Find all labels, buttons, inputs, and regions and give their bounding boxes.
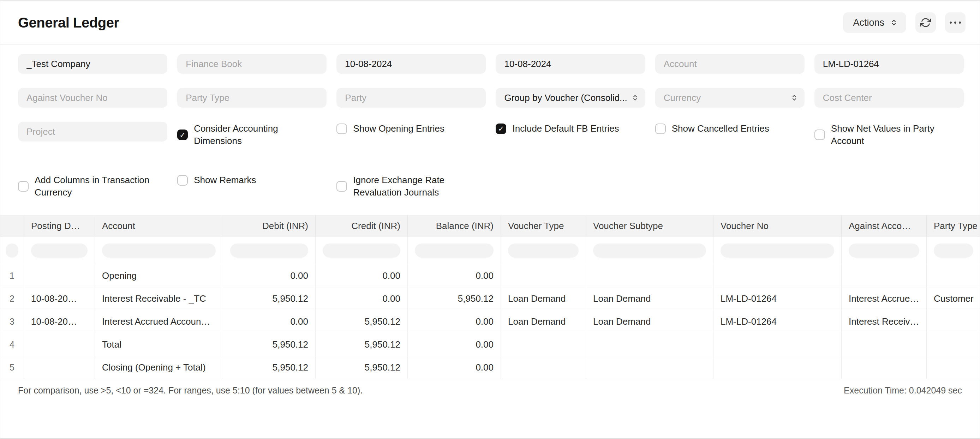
against-voucher-no-filter[interactable] [18, 88, 167, 108]
currency-select[interactable]: Currency [655, 88, 805, 108]
table-filter-input-voucher-no[interactable] [721, 243, 834, 258]
cell-balance: 0.00 [408, 356, 501, 379]
checkbox-consider-accounting-dimensions[interactable]: Consider Accounting Dimensions [177, 122, 326, 147]
cell-index: 2 [0, 287, 24, 310]
cell-against-account: Interest Receiv… [842, 310, 927, 333]
voucher-no-filter[interactable] [815, 54, 964, 74]
table-filter-input-debit[interactable] [230, 243, 308, 258]
cell-voucher-subtype [586, 356, 713, 379]
cell-balance: 5,950.12 [408, 287, 501, 310]
filter-row-3: Consider Accounting Dimensions Show Open… [18, 122, 964, 147]
table-filter-input-against-account[interactable] [849, 243, 919, 258]
checkbox-icon [18, 181, 29, 192]
cell-against-account: Interest Accrue… [842, 287, 927, 310]
actions-button[interactable]: Actions [843, 12, 906, 33]
column-header-credit[interactable]: Credit (INR) [316, 215, 408, 237]
cell-credit: 0.00 [316, 287, 408, 310]
column-header-party-type[interactable]: Party Type [927, 215, 980, 237]
table-header-row: Posting D… Account Debit (INR) Credit (I… [0, 215, 980, 237]
cell-posting-date [24, 333, 95, 356]
cost-center-filter[interactable] [815, 88, 964, 108]
filter-row-2: Group by Voucher (Consolid... Currency [18, 88, 964, 108]
column-header-against-account[interactable]: Against Acco… [842, 215, 927, 237]
report-table: Posting D… Account Debit (INR) Credit (I… [0, 215, 980, 379]
cell-balance: 0.00 [408, 310, 501, 333]
cell-posting-date: 10-08-20… [24, 287, 95, 310]
checkbox-include-default-fb-entries[interactable]: Include Default FB Entries [496, 122, 645, 135]
checkbox-show-net-values-in-party-account[interactable]: Show Net Values in Party Account [815, 122, 964, 147]
cell-party-type [927, 264, 980, 287]
table-row: 1 Opening 0.00 0.00 0.00 [0, 264, 980, 287]
checkbox-show-remarks[interactable]: Show Remarks [177, 173, 326, 186]
table-filter-input-party-type[interactable] [934, 243, 973, 258]
cell-posting-date [24, 356, 95, 379]
filter-hint-text: For comparison, use >5, <10 or =324. For… [18, 385, 363, 396]
finance-book-filter[interactable] [177, 54, 326, 74]
refresh-icon [920, 17, 931, 28]
cell-voucher-type [501, 356, 586, 379]
cell-voucher-no [713, 356, 842, 379]
group-by-value: Group by Voucher (Consolid... [504, 92, 628, 103]
cell-voucher-no [713, 264, 842, 287]
cell-voucher-subtype [586, 264, 713, 287]
column-header-account[interactable]: Account [95, 215, 223, 237]
checkbox-ignore-exchange-rate-revaluation-journals[interactable]: Ignore Exchange Rate Revaluation Journal… [336, 173, 486, 199]
checkbox-icon [815, 129, 825, 140]
cell-posting-date [24, 264, 95, 287]
checkbox-icon [336, 181, 347, 192]
table-filter-input-voucher-type[interactable] [508, 243, 579, 258]
cell-debit: 5,950.12 [223, 333, 316, 356]
table-filter-input-balance[interactable] [415, 243, 493, 258]
group-by-select[interactable]: Group by Voucher (Consolid... [496, 88, 645, 108]
table-filter-input-posting-date[interactable] [31, 243, 88, 258]
table-filter-input-index[interactable] [6, 243, 18, 258]
checkbox-label: Show Net Values in Party Account [831, 122, 963, 147]
cell-voucher-subtype [586, 333, 713, 356]
cell-posting-date: 10-08-20… [24, 310, 95, 333]
chevron-up-down-icon [631, 94, 639, 102]
header-actions: Actions [843, 12, 966, 33]
filter-row-4: Add Columns in Transaction Currency Show… [18, 173, 964, 199]
refresh-button[interactable] [915, 12, 936, 33]
table-filter-input-voucher-subtype[interactable] [593, 243, 706, 258]
checkbox-show-cancelled-entries[interactable]: Show Cancelled Entries [655, 122, 805, 135]
column-header-debit[interactable]: Debit (INR) [223, 215, 316, 237]
table-row: 3 10-08-20… Interest Accrued Accoun… 0.0… [0, 310, 980, 333]
report-footer: For comparison, use >5, <10 or =324. For… [0, 379, 980, 402]
cell-index: 3 [0, 310, 24, 333]
table-filter-input-credit[interactable] [323, 243, 400, 258]
checkbox-label: Show Opening Entries [353, 122, 444, 135]
party-type-filter[interactable] [177, 88, 326, 108]
account-filter[interactable] [655, 54, 805, 74]
column-header-posting-date[interactable]: Posting D… [24, 215, 95, 237]
column-header-voucher-subtype[interactable]: Voucher Subtype [586, 215, 713, 237]
cell-voucher-subtype: Loan Demand [586, 310, 713, 333]
checkbox-add-columns-in-transaction-currency[interactable]: Add Columns in Transaction Currency [18, 173, 167, 199]
column-header-voucher-no[interactable]: Voucher No [713, 215, 842, 237]
cell-account: Closing (Opening + Total) [95, 356, 223, 379]
cell-account: Interest Accrued Accoun… [95, 310, 223, 333]
table-row: 4 Total 5,950.12 5,950.12 0.00 [0, 333, 980, 356]
project-filter[interactable] [18, 122, 167, 142]
column-header-balance[interactable]: Balance (INR) [408, 215, 501, 237]
cell-debit: 0.00 [223, 310, 316, 333]
party-filter[interactable] [336, 88, 486, 108]
more-options-button[interactable] [945, 12, 966, 33]
cell-voucher-type [501, 264, 586, 287]
checkbox-show-opening-entries[interactable]: Show Opening Entries [336, 122, 486, 135]
company-filter[interactable] [18, 54, 167, 74]
cell-voucher-no [713, 333, 842, 356]
column-header-voucher-type[interactable]: Voucher Type [501, 215, 586, 237]
table-filter-row [0, 237, 980, 264]
cell-party-type [927, 310, 980, 333]
checkbox-label: Ignore Exchange Rate Revaluation Journal… [353, 174, 484, 199]
cell-debit: 0.00 [223, 264, 316, 287]
from-date-filter[interactable] [336, 54, 486, 74]
table-filter-input-account[interactable] [102, 243, 216, 258]
report-header: General Ledger Actions [0, 1, 980, 45]
cell-party-type: Customer [927, 287, 980, 310]
report-filters: Group by Voucher (Consolid... Currency C… [0, 45, 980, 215]
cell-balance: 0.00 [408, 264, 501, 287]
ellipsis-icon [950, 22, 961, 24]
to-date-filter[interactable] [496, 54, 645, 74]
